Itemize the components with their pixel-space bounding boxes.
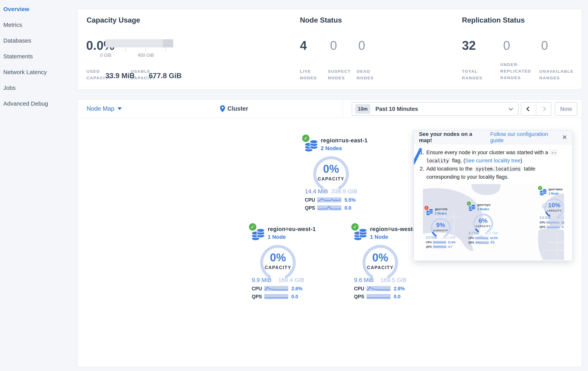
suspect-nodes-value: 0 [330,38,337,53]
status-warning-icon: 1 [424,206,429,210]
step-text-segment: flag. ( [451,158,465,164]
sidebar-item-metrics[interactable]: Metrics [0,17,77,33]
configuration-guide-link[interactable]: Follow our configuration guide [490,131,562,144]
qps-sparkline [475,241,489,244]
map-pin-icon [220,105,225,112]
example-node-map: 1 geo=sfo 2 Nodes [423,184,564,260]
capacity-tick-label-0: 0 GiB [100,53,111,58]
chevron-right-icon [541,106,546,111]
status-ok-icon: ✓ [351,223,359,231]
geo-card-sfo: 1 geo=sfo 2 Nodes [426,207,455,248]
region-nodes-link[interactable]: 2 Nodes [321,145,357,152]
geo-nodes-link[interactable]: 2 Nodes [435,212,455,215]
cpu-sparkline [433,241,446,244]
cpu-value: 42.5% [490,237,498,239]
setup-step-2: 2. Add locations to the system.locations… [420,165,567,181]
region-nodes-link[interactable]: 1 Node [370,234,407,240]
usable-capacity-value: 677.8 GiB [149,72,182,80]
time-range-badge: 10m [355,104,370,114]
step-text: Ensure every node in your cluster was st… [426,149,567,165]
qps-value: 0.0 [491,241,494,244]
time-step-buttons [521,102,551,116]
popup-body: 1. Ensure every node in your cluster was… [414,144,572,260]
time-forward-button[interactable] [536,103,551,115]
live-nodes-label: LIVE NODES [300,68,321,81]
replication-status-title: Replication Status [462,16,525,24]
capacity-gauge: 0% CAPACITY [259,243,297,278]
capacity-bar [105,39,173,47]
view-mode-label: Node Map [86,105,114,112]
cpu-value: 2.6% [291,286,303,291]
geo-nodes-link[interactable]: 1 Node [548,192,564,196]
status-ok-icon: ✓ [538,186,542,190]
chevron-down-icon [117,107,122,110]
gauge-percent: 0% [259,251,297,264]
sidebar-item-overview[interactable]: Overview [0,1,77,17]
capacity-gauge: 0% CAPACITY [312,155,350,189]
sidebar-item-network-latency[interactable]: Network Latency [0,64,77,80]
toolbar-divider [343,100,343,118]
status-ok-icon: ✓ [302,134,309,142]
capacity-gauge: 9% CAPACITY [430,217,452,237]
breadcrumb-label: Cluster [227,105,248,112]
qps-label: QPS [468,241,475,244]
qps-value: 4.7 [448,245,452,248]
under-replicated-value: 0 [503,38,510,53]
now-button[interactable]: Now [555,102,577,116]
cpu-label: CPU [540,221,546,224]
sidebar-item-jobs[interactable]: Jobs [0,80,77,96]
total-ranges-value: 32 [462,38,476,53]
geo-name: geo=sfo [435,207,455,211]
time-back-button[interactable] [521,103,536,115]
gauge-percent: 6% [472,217,494,224]
sidebar-item-databases[interactable]: Databases [0,33,77,48]
gauge-percent: 0% [361,251,400,264]
popup-header: See your nodes on a map! Follow our conf… [414,131,572,144]
qps-value: 0.0 [562,225,564,228]
time-range-label: Past 10 Minutes [375,106,418,112]
geo-nodes-link[interactable]: 2 Nodes [477,207,498,211]
geo-name: geo=nyc [477,203,498,207]
breadcrumb[interactable]: Cluster [220,100,248,118]
region-nodes-link[interactable]: 1 Node [268,234,304,240]
qps-label: QPS [426,245,433,248]
capacity-bar-reserved-segment [163,39,173,47]
sidebar-item-statements[interactable]: Statements [0,48,77,64]
cpu-value: 5.5% [345,197,356,203]
locality-tree-link[interactable]: See current locality tree [465,158,521,164]
qps-label: QPS [252,294,264,299]
sidebar-item-advanced-debug[interactable]: Advanced Debug [0,96,77,111]
capacity-tick [166,49,166,51]
gauge-percent: 0% [312,162,350,175]
step-text-segment: ) [520,158,522,164]
cluster-summary-card: Capacity Usage 0.0% 0 GiB 400 GiB USED C… [77,9,582,90]
live-nodes-value: 4 [300,38,307,53]
step-text: Add locations to the system.locations ta… [426,165,567,181]
unavailable-value: 0 [541,38,548,53]
capacity-tick [126,49,126,51]
step-text-segment: Add locations to the [426,166,474,172]
system-locations-code: system.locations [474,166,523,172]
cpu-sparkline [317,197,341,202]
capacity-tick-label-400: 400 GiB [137,53,154,58]
close-icon[interactable]: ✕ [562,134,567,141]
view-mode-dropdown[interactable]: Node Map [86,100,122,118]
cpu-sparkline [475,237,488,239]
under-replicated-label: UNDER-REPLICATED RANGES [500,61,534,81]
region-card-eu-west-1: ✓ region=eu-west-1 1 Node 0% CAPACITY 9.… [252,226,304,299]
sidebar: Overview Metrics Databases Statements Ne… [0,0,77,371]
time-range-dropdown[interactable]: 10m Past 10 Minutes [352,102,519,116]
dead-nodes-value: 0 [358,38,365,53]
blue-check-icon [413,146,430,169]
qps-sparkline [433,245,446,248]
region-card-us-east-1: ✓ region=us-east-1 2 Nodes 0% CAPACITY 1… [305,137,357,211]
gauge-caption: CAPACITY [312,176,350,182]
gauge-caption: CAPACITY [361,265,400,270]
capacity-usage-title: Capacity Usage [86,16,140,24]
node-status-title: Node Status [300,16,342,24]
node-map-setup-popup: See your nodes on a map! Follow our conf… [413,130,573,261]
capacity-gauge: 10% CAPACITY [544,197,564,216]
geo-name: geo=ams [548,187,564,191]
cpu-value: 11.0% [448,241,455,244]
geo-card-ams: ✓ geo=ams 1 Node [540,187,564,228]
